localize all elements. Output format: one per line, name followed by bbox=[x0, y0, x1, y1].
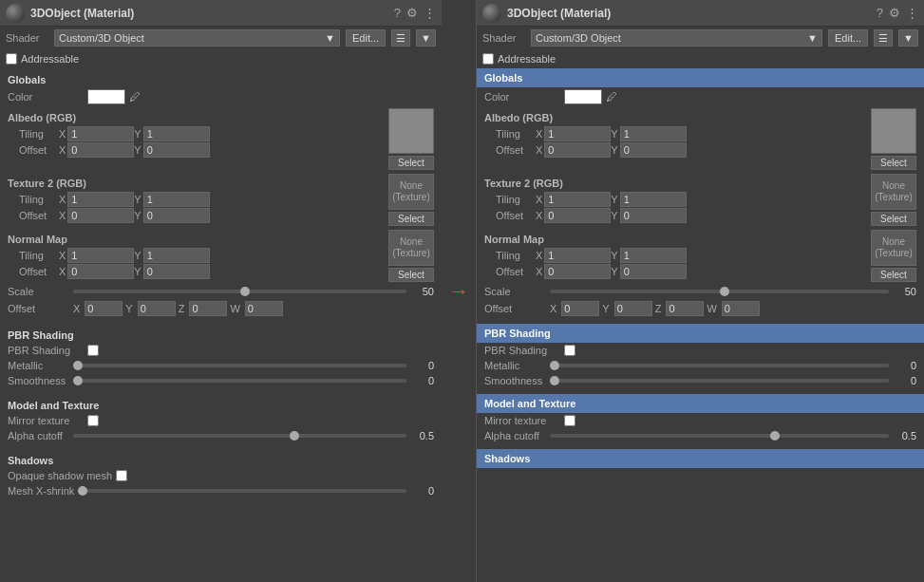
left-normalmap-tiling-y[interactable] bbox=[143, 248, 210, 263]
right-normalmap-tiling-x[interactable] bbox=[544, 248, 611, 263]
left-alpha-thumb[interactable] bbox=[290, 431, 299, 441]
right-offset-multi-row: Offset X Y Z W bbox=[477, 299, 924, 318]
right-more-button[interactable]: ▼ bbox=[898, 29, 918, 47]
left-offset-x2[interactable] bbox=[85, 301, 123, 316]
left-addressable-checkbox[interactable] bbox=[6, 53, 17, 65]
left-mirror-checkbox[interactable] bbox=[87, 415, 99, 426]
right-texture2-offset-y[interactable] bbox=[620, 208, 687, 223]
right-normalmap-offset-y[interactable] bbox=[620, 264, 687, 279]
right-offset-x-input[interactable] bbox=[544, 142, 611, 158]
left-metallic-row: Metallic 0 bbox=[0, 358, 442, 373]
left-shader-dropdown[interactable]: Custom/3D Object ▼ bbox=[54, 29, 340, 47]
right-texture2-tiling-y[interactable] bbox=[620, 192, 687, 207]
left-more-button[interactable]: ▼ bbox=[416, 29, 436, 47]
left-offset-z2[interactable] bbox=[189, 301, 227, 316]
right-list-icon-button[interactable]: ☰ bbox=[874, 29, 893, 47]
left-normalmap-offset-x[interactable] bbox=[67, 264, 134, 279]
right-color-swatch[interactable] bbox=[564, 89, 602, 104]
left-opaque-checkbox[interactable] bbox=[116, 470, 127, 481]
right-mirror-label: Mirror texture bbox=[484, 415, 560, 426]
right-mirror-checkbox[interactable] bbox=[564, 415, 575, 426]
left-normalmap-tiling-x[interactable] bbox=[67, 248, 134, 263]
left-edit-button[interactable]: Edit... bbox=[346, 29, 386, 47]
right-menu-icon[interactable]: ⋮ bbox=[906, 6, 918, 20]
left-offset-w2[interactable] bbox=[245, 301, 283, 316]
left-meshx-thumb[interactable] bbox=[78, 486, 87, 496]
menu-icon[interactable]: ⋮ bbox=[424, 6, 436, 20]
right-smoothness-slider[interactable] bbox=[550, 379, 889, 383]
left-pbr-checkbox[interactable] bbox=[87, 345, 99, 356]
left-normalmap-thumb[interactable]: None(Texture) bbox=[388, 230, 434, 266]
left-offset-x-input[interactable] bbox=[67, 142, 134, 158]
right-globals-header: Globals bbox=[477, 68, 924, 87]
left-texture2-select-btn[interactable]: Select bbox=[388, 212, 434, 226]
right-smoothness-thumb[interactable] bbox=[550, 376, 559, 385]
right-metallic-slider[interactable] bbox=[550, 364, 889, 367]
right-normalmap-tiling-y[interactable] bbox=[620, 248, 687, 263]
right-settings-icon[interactable]: ⚙ bbox=[889, 6, 900, 20]
left-color-picker-icon[interactable]: 🖊 bbox=[129, 90, 141, 103]
left-texture2-thumb[interactable]: None(Texture) bbox=[388, 174, 434, 210]
right-texture2-row: Texture 2 (RGB) Tiling X Y Offset X Y bbox=[477, 172, 924, 228]
left-offset-label: Offset bbox=[19, 144, 59, 156]
right-offset-y-input[interactable] bbox=[620, 142, 687, 158]
right-normalmap-thumb[interactable]: None(Texture) bbox=[871, 230, 916, 266]
left-texture2-tiling-row: Tiling X Y bbox=[8, 192, 385, 207]
right-tiling-y-input[interactable] bbox=[620, 126, 687, 141]
right-offset-y2[interactable] bbox=[614, 301, 652, 316]
left-color-swatch[interactable] bbox=[87, 89, 125, 104]
right-albedo-select-btn[interactable]: Select bbox=[871, 156, 916, 170]
left-texture2-offset-y[interactable] bbox=[143, 208, 210, 223]
right-addressable-checkbox[interactable] bbox=[482, 53, 494, 65]
right-alpha-thumb[interactable] bbox=[770, 431, 780, 441]
right-edit-button[interactable]: Edit... bbox=[828, 29, 868, 47]
left-tiling-y-input[interactable] bbox=[143, 126, 210, 141]
left-meshx-slider[interactable] bbox=[78, 489, 406, 493]
right-texture2-tiling-x[interactable] bbox=[544, 192, 611, 207]
right-texture2-offset-x[interactable] bbox=[544, 208, 611, 223]
right-offset-z2[interactable] bbox=[666, 301, 704, 316]
right-alpha-slider[interactable] bbox=[550, 434, 889, 438]
right-tiling-x-input[interactable] bbox=[544, 126, 611, 141]
left-metallic-thumb[interactable] bbox=[73, 361, 83, 370]
help-icon[interactable]: ? bbox=[394, 6, 401, 20]
right-offset-w2[interactable] bbox=[722, 301, 760, 316]
right-scale-row: Scale 50 bbox=[477, 284, 924, 299]
right-shader-dropdown[interactable]: Custom/3D Object ▼ bbox=[531, 29, 822, 47]
left-albedo-select-btn[interactable]: Select bbox=[388, 156, 434, 170]
left-tiling-x-input[interactable] bbox=[67, 126, 134, 141]
right-normalmap-select-btn[interactable]: Select bbox=[871, 268, 916, 282]
right-metallic-row: Metallic 0 bbox=[477, 358, 924, 373]
left-scale-thumb[interactable] bbox=[240, 287, 250, 296]
left-metallic-slider[interactable] bbox=[73, 364, 406, 367]
left-offset-y-input[interactable] bbox=[143, 142, 210, 158]
right-pbr-checkbox[interactable] bbox=[564, 345, 575, 356]
left-smoothness-thumb[interactable] bbox=[73, 376, 83, 385]
left-smoothness-slider[interactable] bbox=[73, 379, 406, 383]
right-color-picker-icon[interactable]: 🖊 bbox=[606, 90, 617, 103]
right-albedo-offset-row: Offset X Y bbox=[484, 142, 867, 158]
left-opaque-label: Opaque shadow mesh bbox=[8, 470, 112, 481]
left-texture2-tiling-x[interactable] bbox=[67, 192, 134, 207]
right-normalmap-offset-x[interactable] bbox=[544, 264, 611, 279]
right-help-icon[interactable]: ? bbox=[877, 6, 883, 20]
left-list-icon-button[interactable]: ☰ bbox=[391, 29, 410, 47]
right-texture2-select-btn[interactable]: Select bbox=[871, 212, 916, 226]
right-color-label: Color bbox=[484, 91, 560, 103]
left-albedo-thumb[interactable] bbox=[388, 108, 434, 154]
left-normalmap-offset-y[interactable] bbox=[143, 264, 210, 279]
right-texture2-thumb[interactable]: None(Texture) bbox=[871, 174, 916, 210]
right-albedo-thumb[interactable] bbox=[871, 108, 916, 154]
settings-icon[interactable]: ⚙ bbox=[406, 6, 418, 20]
left-alpha-slider[interactable] bbox=[73, 434, 406, 438]
left-normalmap-select-btn[interactable]: Select bbox=[388, 268, 434, 282]
right-scale-thumb[interactable] bbox=[720, 287, 729, 296]
left-texture2-inputs: Texture 2 (RGB) Tiling X Y Offset X Y bbox=[8, 174, 385, 224]
right-offset-x2[interactable] bbox=[561, 301, 599, 316]
left-texture2-tiling-y[interactable] bbox=[143, 192, 210, 207]
right-scale-slider[interactable] bbox=[550, 290, 889, 293]
left-offset-y2[interactable] bbox=[138, 301, 176, 316]
left-texture2-offset-x[interactable] bbox=[67, 208, 134, 223]
left-scale-slider[interactable] bbox=[73, 290, 406, 293]
right-metallic-thumb[interactable] bbox=[550, 361, 559, 370]
